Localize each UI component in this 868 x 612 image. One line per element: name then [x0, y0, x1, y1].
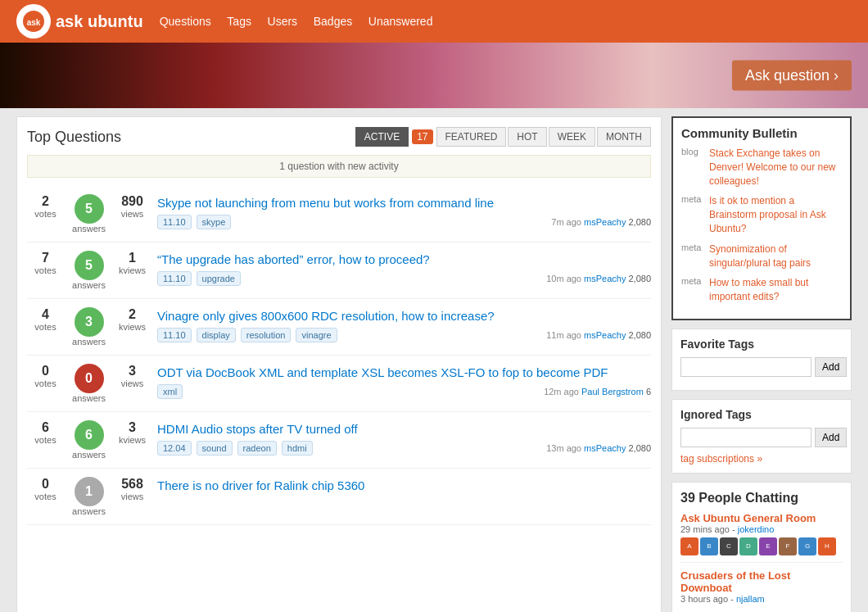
- question-title[interactable]: HDMI Audio stops after TV turned off: [157, 422, 358, 436]
- favorite-tags-input[interactable]: [680, 357, 811, 377]
- votes-col: 0 votes: [27, 364, 64, 388]
- table-row: 4 votes 3 answers 2 kviews Vinagre only …: [27, 299, 651, 356]
- answers-label: answers: [72, 450, 106, 460]
- bulletin-link[interactable]: Stack Exchange takes on Denver! Welcome …: [709, 147, 842, 188]
- questions-header: Top Questions ACTIVE 17 FEATURED HOT WEE…: [27, 127, 651, 147]
- favorite-tags-input-row: Add: [680, 357, 843, 377]
- answers-col: 5 answers: [70, 251, 107, 290]
- tag[interactable]: upgrade: [197, 271, 241, 286]
- views-col: 3 kviews: [114, 420, 151, 445]
- tag[interactable]: radeon: [237, 441, 277, 456]
- vote-count: 0: [42, 477, 49, 492]
- tag[interactable]: sound: [197, 441, 233, 456]
- views-label: views: [121, 209, 144, 219]
- views-col: 890 views: [114, 194, 151, 219]
- bulletin-item: blog Stack Exchange takes on Denver! Wel…: [681, 147, 842, 188]
- tag[interactable]: 11.10: [157, 271, 192, 286]
- bulletin-link[interactable]: Synonimization of singular/plural tag pa…: [709, 243, 842, 270]
- ignored-tags-section: Ignored Tags Add tag subscriptions »: [671, 399, 852, 474]
- view-count: 890: [121, 194, 143, 209]
- question-title[interactable]: There is no driver for Ralink chip 5360: [157, 478, 364, 492]
- tag[interactable]: 11.10: [157, 215, 192, 229]
- logo-bubble: ask: [16, 4, 51, 39]
- answers-label: answers: [72, 506, 106, 516]
- views-label: kviews: [119, 265, 146, 275]
- tag[interactable]: resolution: [241, 328, 292, 342]
- question-title[interactable]: Skype not launching from menu but works …: [157, 196, 494, 210]
- chat-room: Crusaders of the Lost Downboat 3 hours a…: [680, 569, 843, 612]
- user-link[interactable]: msPeachy: [584, 443, 626, 453]
- user-link[interactable]: Paul Bergstrom: [581, 387, 644, 397]
- tag[interactable]: 11.10: [157, 328, 192, 342]
- answers-col: 1 answers: [70, 477, 107, 516]
- question-meta: 11.10skype 7m ago msPeachy 2,080: [157, 215, 651, 229]
- tag[interactable]: vinagre: [296, 328, 337, 342]
- favorite-tags-add-button[interactable]: Add: [815, 357, 847, 377]
- views-col: 568 views: [114, 477, 151, 501]
- bulletin-link[interactable]: How to make small but important edits?: [709, 276, 842, 304]
- tag[interactable]: hdmi: [282, 441, 313, 456]
- question-meta-info: 13m ago msPeachy 2,080: [546, 443, 651, 453]
- bulletin-link[interactable]: Is it ok to mention a Brainstorm proposa…: [709, 194, 842, 235]
- answers-col: 0 answers: [70, 364, 107, 403]
- main-content: Top Questions ACTIVE 17 FEATURED HOT WEE…: [0, 108, 868, 612]
- question-meta: 11.10displayresolutionvinagre 11m ago ms…: [157, 328, 651, 342]
- question-title[interactable]: “The upgrade has aborted” error, how to …: [157, 252, 430, 266]
- question-meta-info: 7m ago msPeachy 2,080: [551, 217, 651, 227]
- view-count: 2: [129, 307, 136, 322]
- avatar: H: [818, 537, 836, 555]
- answers-badge: 0: [75, 364, 104, 393]
- user-rep: 2,080: [628, 443, 651, 453]
- user-link[interactable]: msPeachy: [584, 274, 626, 283]
- answers-badge: 3: [75, 307, 104, 337]
- chat-room-name[interactable]: Ask Ubuntu General Room: [680, 512, 843, 524]
- ignored-tags-input-row: Add: [680, 428, 843, 447]
- filter-featured[interactable]: FEATURED: [436, 127, 507, 147]
- tag[interactable]: 12.04: [157, 441, 192, 456]
- chat-room-meta: 29 mins ago - jokerdino: [680, 524, 843, 534]
- chat-user-link[interactable]: njallam: [736, 594, 765, 604]
- vote-count: 6: [42, 420, 49, 435]
- questions-title: Top Questions: [27, 129, 121, 146]
- tag-subscriptions-link[interactable]: tag subscriptions »: [680, 453, 762, 465]
- filter-month[interactable]: MONTH: [597, 127, 651, 147]
- filter-week[interactable]: WEEK: [549, 127, 595, 147]
- table-row: 7 votes 5 answers 1 kviews “The upgrade …: [27, 243, 651, 299]
- avatar: E: [759, 537, 777, 555]
- time-ago: 12m ago: [544, 387, 579, 397]
- answers-col: 3 answers: [70, 307, 107, 347]
- answers-col: 6 answers: [70, 420, 107, 460]
- ignored-tags-add-button[interactable]: Add: [815, 428, 847, 447]
- header: ask ask ubuntu Questions Tags Users Badg…: [0, 0, 868, 43]
- chat-avatars: ABCDEFGH: [680, 537, 843, 555]
- question-meta: 11.10upgrade 10m ago msPeachy 2,080: [157, 271, 651, 286]
- nav-unanswered[interactable]: Unanswered: [368, 15, 433, 28]
- filter-hot[interactable]: HOT: [508, 127, 546, 147]
- chat-room-name[interactable]: Crusaders of the Lost Downboat: [680, 569, 843, 594]
- time-ago: 11m ago: [546, 330, 581, 340]
- question-title[interactable]: Vinagre only gives 800x600 RDC resolutio…: [157, 309, 495, 323]
- nav-badges[interactable]: Badges: [314, 15, 352, 28]
- user-link[interactable]: msPeachy: [584, 217, 626, 227]
- favorite-tags-section: Favorite Tags Add: [671, 329, 852, 391]
- avatar: A: [680, 537, 698, 555]
- user-link[interactable]: msPeachy: [584, 330, 626, 340]
- ask-question-button[interactable]: Ask question ›: [732, 61, 852, 91]
- chat-user-link[interactable]: jokerdino: [738, 524, 775, 534]
- tag[interactable]: skype: [197, 215, 232, 229]
- nav-users[interactable]: Users: [268, 15, 298, 28]
- tag[interactable]: xml: [157, 384, 183, 399]
- user-rep: 2,080: [628, 217, 651, 227]
- questions-list: 2 votes 5 answers 890 views Skype not la…: [27, 186, 651, 525]
- votes-label: votes: [34, 209, 56, 219]
- ignored-tags-input[interactable]: [680, 428, 811, 447]
- filter-active[interactable]: ACTIVE: [355, 127, 409, 147]
- question-title[interactable]: ODT via DocBook XML and template XSL bec…: [157, 365, 608, 379]
- votes-col: 4 votes: [27, 307, 64, 332]
- tag[interactable]: display: [197, 328, 236, 342]
- nav-tags[interactable]: Tags: [227, 15, 251, 28]
- vote-count: 7: [42, 251, 49, 265]
- nav-questions[interactable]: Questions: [160, 15, 211, 28]
- votes-label: votes: [34, 265, 56, 275]
- avatar: D: [739, 537, 757, 555]
